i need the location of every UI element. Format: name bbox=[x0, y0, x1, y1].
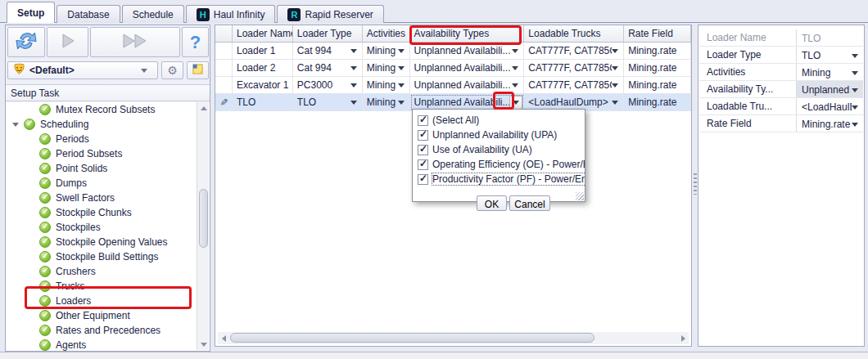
chevron-down-icon[interactable] bbox=[612, 66, 618, 70]
tree-item-other-equipment[interactable]: Other Equipment bbox=[6, 308, 210, 323]
chevron-down-icon[interactable] bbox=[612, 83, 618, 88]
chevron-down-icon[interactable] bbox=[512, 49, 518, 53]
tree-item-point-solids[interactable]: Point Solids bbox=[6, 161, 210, 176]
column-header-activities[interactable]: Activities bbox=[363, 25, 410, 42]
column-header-loadable-trucks[interactable]: Loadable Trucks bbox=[524, 25, 624, 42]
checklist-item-operating-efficiency-oe-power-en[interactable]: Operating Efficiency (OE) - Power/En bbox=[413, 157, 585, 172]
cell-availability-types[interactable]: Unplanned Availabili... bbox=[410, 43, 525, 59]
tree-item-stockpile-chunks[interactable]: Stockpile Chunks bbox=[6, 205, 210, 220]
checkbox-checked-icon[interactable] bbox=[418, 145, 428, 155]
chevron-down-icon[interactable] bbox=[612, 101, 618, 105]
property-value[interactable]: TLO bbox=[797, 47, 863, 63]
cell-loader-type[interactable]: Cat 994 bbox=[293, 60, 363, 76]
row-selector-cell[interactable] bbox=[215, 60, 233, 76]
tree-vertical-scrollbar[interactable] bbox=[197, 102, 209, 350]
tree-item-dumps[interactable]: Dumps bbox=[6, 176, 210, 191]
cell-loader-name[interactable]: Excavator 1 bbox=[233, 77, 293, 93]
cell-availability-types[interactable]: Unplanned Availabili... bbox=[410, 60, 525, 76]
property-row-availability-ty[interactable]: Availability Ty... Unplanned A... bbox=[699, 81, 863, 98]
column-header-loader-type[interactable]: Loader Type bbox=[293, 25, 363, 42]
row-selector-cell[interactable] bbox=[215, 77, 233, 93]
run-all-button[interactable] bbox=[90, 27, 180, 57]
chevron-down-icon[interactable] bbox=[398, 101, 405, 105]
help-button[interactable]: ? bbox=[182, 27, 209, 57]
chevron-down-icon[interactable] bbox=[398, 66, 405, 70]
property-row-loader-name[interactable]: Loader Name TLO bbox=[699, 29, 863, 47]
chevron-down-icon[interactable] bbox=[398, 83, 405, 88]
scrollbar-thumb[interactable] bbox=[199, 189, 208, 248]
property-row-loader-type[interactable]: Loader Type TLO bbox=[699, 47, 863, 64]
property-value[interactable]: Mining bbox=[797, 64, 863, 80]
tree-item-crushers[interactable]: Crushers bbox=[6, 264, 210, 279]
refresh-button[interactable] bbox=[7, 27, 45, 57]
run-button[interactable] bbox=[47, 27, 88, 57]
chevron-down-icon[interactable] bbox=[852, 71, 858, 75]
chevron-down-icon[interactable] bbox=[612, 49, 618, 53]
ok-button[interactable]: OK bbox=[477, 195, 507, 211]
cell-loader-name[interactable]: TLO bbox=[233, 94, 293, 110]
scroll-right-arrow-icon[interactable] bbox=[677, 332, 689, 344]
tab-rapid-reserver[interactable]: R Rapid Reserver bbox=[277, 5, 383, 23]
chevron-down-icon[interactable] bbox=[350, 83, 357, 88]
scroll-down-arrow-icon[interactable] bbox=[197, 339, 210, 350]
tab-schedule[interactable]: Schedule bbox=[122, 5, 184, 23]
cell-loadable-trucks[interactable]: <LoadHaulDump> bbox=[524, 94, 624, 110]
checklist-item-productivity-factor-pf-power-eng[interactable]: Productivity Factor (PF) - Power/Eng bbox=[413, 172, 585, 186]
tree-item-rates-and-precedences[interactable]: Rates and Precedences bbox=[6, 323, 210, 338]
cell-loader-name[interactable]: Loader 1 bbox=[233, 43, 293, 59]
grid-row-loader-2[interactable]: Loader 2Cat 994MiningUnplanned Availabil… bbox=[215, 60, 691, 77]
tab-database[interactable]: Database bbox=[57, 5, 120, 23]
chevron-down-icon[interactable] bbox=[398, 49, 405, 53]
chevron-down-icon[interactable] bbox=[350, 66, 357, 70]
checkbox-checked-icon[interactable] bbox=[418, 174, 428, 185]
chevron-down-icon[interactable] bbox=[141, 69, 147, 73]
cell-availability-types[interactable]: Unplanned Availabili... bbox=[410, 77, 525, 93]
tree-item-stockpile-opening-values[interactable]: Stockpile Opening Values bbox=[6, 235, 210, 249]
tree-item-mutex-record-subsets[interactable]: Mutex Record Subsets bbox=[6, 102, 210, 117]
notes-button[interactable] bbox=[187, 61, 209, 79]
tree-item-stockpiles[interactable]: Stockpiles bbox=[6, 220, 210, 235]
tree-item-agents[interactable]: Agents bbox=[6, 338, 210, 351]
property-value[interactable]: TLO bbox=[797, 29, 863, 46]
tree-item-stockpile-build-settings[interactable]: Stockpile Build Settings bbox=[6, 249, 210, 264]
panel-splitter[interactable] bbox=[694, 173, 697, 195]
property-value[interactable]: Unplanned A... bbox=[797, 81, 863, 97]
checklist-item-unplanned-availability-upa[interactable]: Unplanned Availability (UPA) bbox=[413, 128, 585, 142]
profile-selector[interactable]: <Default> bbox=[7, 61, 158, 79]
property-row-activities[interactable]: Activities Mining bbox=[699, 64, 863, 81]
checklist-item-select-all[interactable]: (Select All) bbox=[413, 113, 585, 128]
scroll-up-arrow-icon[interactable] bbox=[197, 102, 210, 114]
chevron-down-icon[interactable] bbox=[852, 123, 858, 127]
column-header-loader-name[interactable]: Loader Name bbox=[233, 25, 293, 42]
row-selector-cell[interactable]: ✎ bbox=[215, 94, 233, 110]
cell-rate-field[interactable]: Mining.rate bbox=[624, 60, 691, 76]
settings-button[interactable]: ⚙ bbox=[161, 61, 183, 79]
cell-loader-type[interactable]: TLO bbox=[293, 94, 363, 110]
tab-setup[interactable]: Setup bbox=[7, 2, 55, 23]
row-selector-column-header[interactable] bbox=[215, 25, 233, 42]
checkbox-checked-icon[interactable] bbox=[418, 159, 428, 170]
property-row-rate-field[interactable]: Rate Field Mining.rate bbox=[699, 115, 863, 132]
tree-item-swell-factors[interactable]: Swell Factors bbox=[6, 191, 210, 205]
cell-rate-field[interactable]: Mining.rate bbox=[624, 43, 691, 59]
cell-activities[interactable]: Mining bbox=[363, 60, 410, 76]
chevron-down-icon[interactable] bbox=[852, 105, 858, 110]
chevron-down-icon[interactable] bbox=[512, 83, 518, 88]
checkbox-checked-icon[interactable] bbox=[418, 130, 428, 141]
cell-activities[interactable]: Mining bbox=[363, 94, 410, 110]
row-selector-cell[interactable] bbox=[215, 43, 233, 59]
cell-loadable-trucks[interactable]: CAT777F, CAT785C bbox=[524, 77, 624, 93]
cell-loader-type[interactable]: PC3000 bbox=[293, 77, 363, 93]
cell-loadable-trucks[interactable]: CAT777F, CAT785C bbox=[524, 43, 624, 59]
tree-item-periods[interactable]: Periods bbox=[6, 132, 210, 146]
cell-rate-field[interactable]: Mining.rate bbox=[624, 94, 691, 110]
resize-grip[interactable] bbox=[576, 192, 584, 200]
cell-activities[interactable]: Mining bbox=[363, 77, 410, 93]
tree-item-scheduling[interactable]: Scheduling bbox=[6, 117, 210, 132]
grid-row-excavator-1[interactable]: Excavator 1PC3000MiningUnplanned Availab… bbox=[215, 77, 691, 94]
property-value[interactable]: Mining.rate bbox=[797, 115, 863, 132]
expand-arrow-icon[interactable] bbox=[12, 123, 19, 127]
chevron-down-icon[interactable] bbox=[852, 88, 858, 92]
property-row-loadable-tru[interactable]: Loadable Tru... <LoadHaulD... bbox=[699, 98, 863, 115]
cancel-button[interactable]: Cancel bbox=[509, 195, 550, 211]
